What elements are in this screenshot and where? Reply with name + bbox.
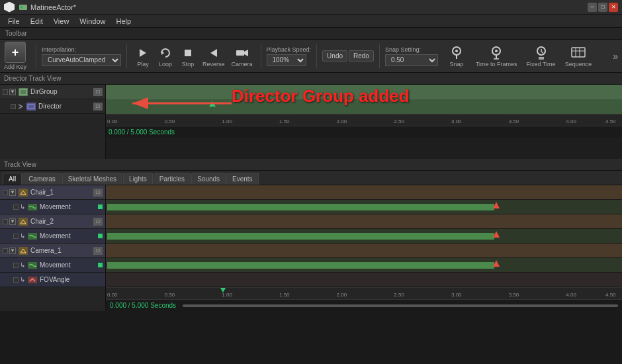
menu-file[interactable]: File	[3, 15, 25, 27]
interpolation-select[interactable]: CurveAutoClamped	[42, 54, 121, 66]
camera1-movement-name: Movement	[40, 261, 97, 269]
chair1-mov-track-bar	[107, 204, 494, 210]
chair2-movement-row: ↳ Movement	[0, 229, 105, 244]
toolbar-label: Toolbar	[0, 28, 622, 40]
play-button[interactable]: Play	[132, 43, 154, 69]
dir-group-options[interactable]: □	[93, 88, 103, 96]
dir-group-name: DirGroup	[30, 88, 93, 95]
loop-button[interactable]: Loop	[155, 43, 176, 69]
director-enabled[interactable]	[11, 104, 16, 109]
divider-2	[126, 44, 127, 68]
stop-button[interactable]: Stop	[177, 43, 199, 69]
playback-controls: Play Loop Stop Reverse	[132, 43, 255, 69]
chair1-mov-key	[493, 202, 500, 208]
director-name: Director	[38, 103, 93, 110]
camera1-name: Camera_1	[30, 247, 93, 254]
divider-1	[36, 44, 36, 68]
camera1-fov-icon	[28, 277, 37, 283]
director-options[interactable]: □	[93, 103, 103, 111]
time-to-frames-button[interactable]: Time to Frames	[472, 43, 521, 69]
menu-view[interactable]: View	[48, 15, 75, 27]
tab-particles[interactable]: Particles	[154, 173, 191, 185]
svg-rect-27	[28, 105, 34, 109]
director-timeline: Director Group added 0.00 0.50 1.00 1.50…	[106, 85, 622, 159]
toolbar-expand[interactable]: »	[613, 51, 618, 62]
undo-button[interactable]: Undo	[322, 50, 347, 62]
svg-line-17	[541, 52, 543, 53]
chair1-options[interactable]: □	[93, 189, 103, 197]
chair2-group-row: ▼ Chair_2 □	[0, 214, 105, 229]
tab-events[interactable]: Events	[226, 173, 259, 185]
add-key-label: Add Key	[4, 64, 26, 70]
tab-sounds[interactable]: Sounds	[191, 173, 226, 185]
menu-edit[interactable]: Edit	[25, 15, 48, 27]
tab-skeletal-meshes[interactable]: Skeletal Meshes	[62, 173, 122, 185]
camera1-expand[interactable]: ▼	[9, 248, 16, 254]
matinee-icon	[19, 3, 28, 12]
camera1-enabled[interactable]	[3, 248, 8, 253]
director-bar	[106, 99, 622, 114]
dir-time-ruler: 0.00 0.50 1.00 1.50 2.00 2.50 3.00 3.50 …	[106, 114, 622, 126]
chair2-mov-track-bar	[107, 233, 494, 240]
chair2-options[interactable]: □	[93, 218, 103, 226]
maximize-btn[interactable]: □	[598, 3, 607, 12]
svg-marker-32	[21, 249, 26, 253]
fixed-time-button[interactable]: Fixed Time	[523, 43, 559, 69]
playback-speed-select[interactable]: 100%	[267, 54, 306, 66]
chair1-enabled[interactable]	[3, 190, 8, 195]
snap-button[interactable]: Snap	[443, 43, 470, 69]
loop-label: Loop	[159, 61, 172, 68]
interpolation-label: Interpolation:	[42, 46, 121, 53]
director-track-names: ▼ DirGroup □ Director □	[0, 85, 106, 159]
chair2-movement-icon	[28, 233, 37, 240]
camera-icon	[234, 45, 250, 61]
menu-help[interactable]: Help	[111, 15, 136, 27]
fixed-time-label: Fixed Time	[527, 61, 556, 68]
menu-window[interactable]: Window	[74, 15, 111, 27]
reverse-button[interactable]: Reverse	[200, 43, 228, 69]
fixed-time-icon	[532, 45, 551, 61]
dir-group-enabled[interactable]	[3, 89, 8, 95]
svg-line-26	[19, 107, 22, 109]
chair1-expand[interactable]: ▼	[9, 189, 16, 196]
svg-marker-2	[140, 49, 146, 57]
add-key-button[interactable]: +	[5, 42, 26, 63]
snap-setting-select[interactable]: 0.50	[385, 54, 438, 66]
bottom-scroll-bar[interactable]	[183, 304, 618, 307]
camera1-movement-enabled[interactable]	[13, 263, 19, 268]
camera1-options[interactable]: □	[93, 247, 103, 255]
bottom-track-timeline: 0.00 0.50 1.00 1.50 2.00 2.50 3.00 3.50 …	[106, 185, 622, 311]
chair1-movement-enabled[interactable]	[13, 205, 19, 210]
camera-button[interactable]: Camera	[229, 43, 255, 69]
minimize-btn[interactable]: ─	[588, 3, 597, 12]
snap-btn-label: Snap	[449, 61, 463, 68]
playback-speed-group: Playback Speed: 100%	[267, 46, 312, 66]
stop-icon	[180, 45, 196, 61]
playback-speed-label: Playback Speed:	[267, 46, 312, 53]
chair2-expand[interactable]: ▼	[9, 218, 16, 225]
redo-button[interactable]: Redo	[349, 50, 374, 62]
chair2-enabled[interactable]	[3, 219, 8, 224]
camera1-fov-enabled[interactable]	[13, 277, 19, 283]
dir-group-expand[interactable]: ▼	[9, 89, 16, 95]
chair2-movement-enabled[interactable]	[13, 234, 19, 239]
svg-rect-1	[21, 6, 22, 9]
tab-all[interactable]: All	[3, 173, 22, 185]
bottom-time-display: 0.000 / 5.000 Seconds	[106, 299, 622, 311]
main-toolbar: + Add Key Interpolation: CurveAutoClampe…	[0, 40, 622, 73]
camera1-fov-row: ↳ FOVAngle	[0, 273, 105, 287]
right-toolbar: Snap Time to Frames	[443, 43, 595, 69]
director-row: Director □	[0, 99, 105, 114]
chair2-name: Chair_2	[30, 218, 93, 225]
sequence-button[interactable]: Sequence	[562, 43, 596, 69]
camera1-timeline-bar	[106, 244, 622, 258]
tab-lights[interactable]: Lights	[123, 173, 153, 185]
close-btn[interactable]: ✕	[609, 3, 618, 12]
play-icon	[135, 45, 151, 61]
director-track-view-header: Director Track View	[0, 73, 622, 85]
svg-line-25	[19, 105, 22, 107]
tab-cameras[interactable]: Cameras	[22, 173, 62, 185]
chair1-group-row: ▼ Chair_1 □	[0, 185, 105, 200]
svg-point-12	[495, 50, 498, 52]
director-track-view: Director Track View ▼ DirGroup □	[0, 73, 622, 159]
